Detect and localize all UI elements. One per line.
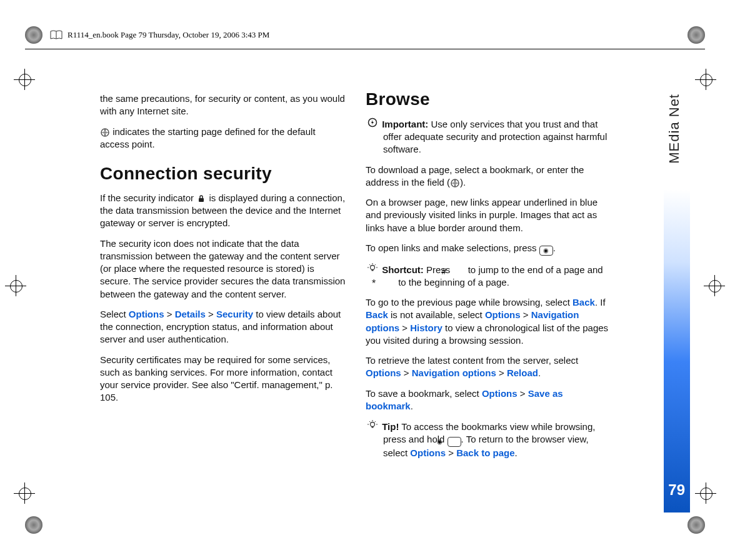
ui-reload: Reload — [507, 368, 538, 378]
svg-line-17 — [369, 421, 371, 422]
crop-mark — [14, 482, 35, 504]
center-key-icon: ◉ — [448, 437, 461, 447]
tip-icon — [366, 420, 379, 433]
important-label: Important: — [382, 119, 428, 129]
para-conn-3: Select Options > Details > Security to v… — [100, 308, 347, 346]
heading-connection-security: Connection security — [100, 162, 347, 186]
svg-point-5 — [371, 265, 375, 269]
para-open: To open links and make selections, press… — [366, 242, 612, 256]
svg-rect-2 — [199, 198, 204, 202]
svg-point-12 — [371, 422, 375, 427]
ui-options: Options — [129, 309, 164, 319]
para-conn-2: The security icon does not indicate that… — [100, 238, 347, 301]
ui-options: Options — [485, 309, 521, 320]
crop-mark — [5, 275, 26, 296]
crop-mark — [695, 69, 716, 90]
ui-history: History — [410, 322, 442, 333]
para-start-page: indicates the starting page defined for … — [100, 126, 347, 151]
star-key-icon: * — [383, 279, 396, 288]
tip-icon — [366, 263, 379, 276]
page-number: 79 — [668, 481, 685, 499]
column-right: Browse Important: Use only services that… — [366, 88, 612, 467]
ui-back: Back — [366, 309, 388, 320]
svg-rect-13 — [372, 426, 374, 428]
svg-line-10 — [369, 264, 371, 266]
ui-options: Options — [482, 388, 518, 399]
center-key-icon: ◉ — [539, 246, 553, 256]
para-download: To download a page, select a bookmark, o… — [366, 164, 612, 189]
lock-icon — [196, 194, 206, 204]
para-tip: Tip! To access the bookmarks view while … — [366, 420, 612, 459]
crop-mark — [695, 482, 716, 504]
ui-details: Details — [175, 309, 206, 319]
column-left: the same precautions, for security or co… — [100, 88, 347, 467]
para-important: Important: Use only services that you tr… — [366, 118, 612, 156]
side-tab-label: MEdia Net — [666, 94, 688, 164]
para-previous: To go to the previous page while browsin… — [366, 296, 612, 347]
registration-mark-br — [688, 516, 705, 534]
header-rule — [25, 49, 705, 49]
book-icon — [50, 30, 62, 40]
shortcut-label: Shortcut: — [382, 264, 424, 275]
globe-icon — [450, 178, 460, 188]
para-save-bookmark: To save a bookmark, select Options > Sav… — [366, 388, 612, 413]
hash-key-icon: # — [453, 267, 466, 276]
para-intro: the same precautions, for security or co… — [100, 92, 347, 118]
crop-mark — [704, 275, 725, 296]
crop-mark — [14, 69, 35, 90]
para-conn-4: Security certificates may be required fo… — [100, 354, 347, 404]
para-reload: To retrieve the latest content from the … — [366, 354, 612, 380]
important-icon — [366, 118, 379, 131]
para-links: On a browser page, new links appear unde… — [366, 196, 612, 234]
heading-browse: Browse — [366, 88, 612, 111]
para-conn-1: If the security indicator is displayed d… — [100, 192, 347, 230]
ui-nav-options: Navigation options — [412, 368, 496, 378]
ui-back: Back — [572, 297, 595, 308]
ui-options: Options — [366, 368, 401, 378]
svg-line-18 — [375, 421, 376, 422]
header-file-info: R1114_en.book Page 79 Thursday, October … — [25, 30, 705, 40]
page-body: the same precautions, for security or co… — [100, 88, 612, 467]
tip-label: Tip! — [382, 421, 399, 432]
header-text: R1114_en.book Page 79 Thursday, October … — [68, 30, 269, 40]
svg-rect-6 — [372, 269, 374, 271]
globe-icon — [100, 128, 110, 138]
svg-line-11 — [375, 264, 376, 266]
ui-back-to-page: Back to page — [456, 448, 514, 458]
para-shortcut: Shortcut: Press # to jump to the end of … — [366, 263, 612, 289]
ui-options: Options — [410, 448, 446, 458]
ui-security: Security — [216, 309, 253, 319]
registration-mark-bl — [25, 516, 42, 534]
